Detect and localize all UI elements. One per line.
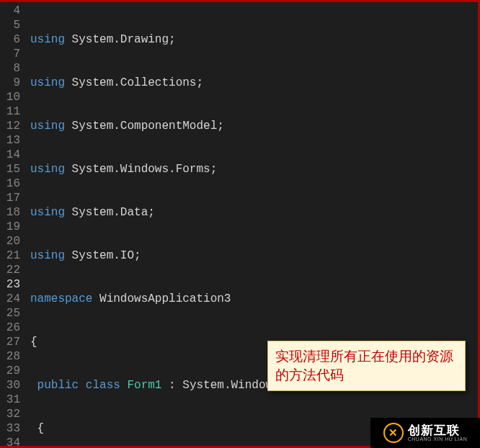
keyword: namespace	[30, 292, 92, 305]
keyword: public	[37, 379, 79, 392]
line-number: 34	[3, 436, 20, 448]
line-number-gutter: 4567891011121314151617181920212223242526…	[0, 2, 26, 446]
watermark: 创新互联 CHUANG XIN HU LIAN	[370, 418, 480, 448]
namespace: System.IO;	[65, 249, 141, 262]
line-number: 22	[3, 263, 20, 277]
line-number: 12	[3, 119, 20, 133]
keyword: using	[30, 206, 65, 219]
line-number: 32	[3, 407, 20, 421]
annotation-callout: 实现清理所有正在使用的资源的方法代码	[267, 341, 466, 391]
keyword: using	[30, 76, 65, 89]
keyword: using	[30, 120, 65, 133]
type-name: Form1	[127, 379, 161, 392]
brace: {	[30, 336, 37, 349]
keyword: using	[30, 163, 65, 176]
keyword: using	[30, 249, 65, 262]
line-number: 24	[3, 292, 20, 306]
watermark-text-cn: 创新互联	[408, 424, 468, 436]
line-number: 23	[3, 277, 20, 292]
namespace: System.Drawing;	[65, 33, 176, 46]
line-number: 33	[3, 421, 20, 436]
line-number: 11	[3, 104, 20, 119]
line-number: 10	[3, 90, 20, 104]
line-number: 30	[3, 378, 20, 393]
watermark-text-pinyin: CHUANG XIN HU LIAN	[408, 436, 468, 442]
namespace: System.ComponentModel;	[65, 120, 224, 133]
line-number: 4	[3, 4, 20, 18]
line-number: 8	[3, 61, 20, 76]
namespace: System.Data;	[65, 206, 155, 219]
line-number: 25	[3, 306, 20, 321]
namespace: System.Collections;	[65, 76, 203, 89]
line-number: 29	[3, 364, 20, 378]
line-number: 9	[3, 76, 20, 90]
namespace: System.Windows.Forms;	[65, 163, 217, 176]
line-number: 14	[3, 148, 20, 162]
brace: {	[37, 422, 45, 435]
line-number: 15	[3, 162, 20, 176]
line-number: 19	[3, 220, 20, 234]
line-number: 13	[3, 133, 20, 148]
watermark-logo-icon	[383, 423, 404, 443]
line-number: 16	[3, 176, 20, 191]
line-number: 27	[3, 335, 20, 349]
code-editor[interactable]: 4567891011121314151617181920212223242526…	[0, 0, 480, 448]
line-number: 17	[3, 191, 20, 205]
line-number: 18	[3, 205, 20, 220]
line-number: 31	[3, 393, 20, 407]
keyword: using	[30, 33, 65, 46]
namespace: WindowsApplication3	[92, 292, 231, 305]
code-area[interactable]: using System.Drawing; using System.Colle…	[26, 2, 478, 446]
keyword: class	[86, 379, 120, 392]
line-number: 7	[3, 47, 20, 61]
line-number: 6	[3, 32, 20, 47]
line-number: 26	[3, 321, 20, 335]
line-number: 28	[3, 349, 20, 364]
line-number: 20	[3, 234, 20, 248]
line-number: 21	[3, 248, 20, 263]
line-number: 5	[3, 18, 20, 32]
callout-text: 实现清理所有正在使用的资源的方法代码	[275, 349, 453, 382]
